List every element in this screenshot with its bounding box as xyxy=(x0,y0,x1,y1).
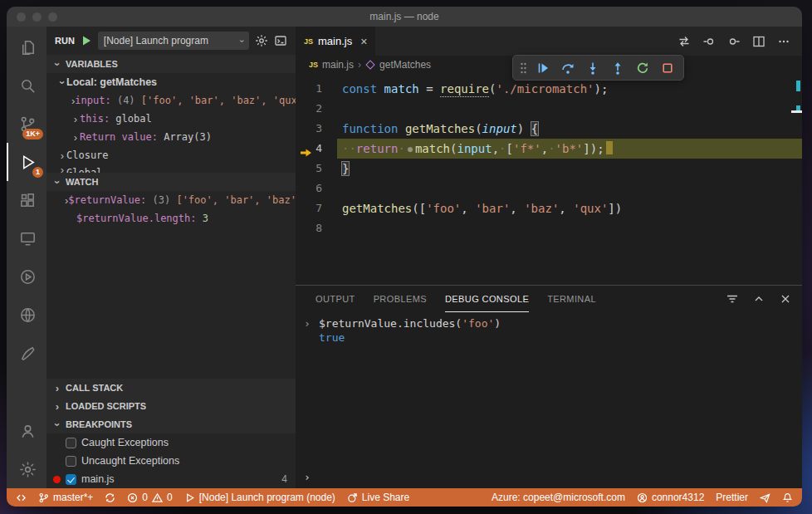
activity-item-live-share[interactable] xyxy=(7,257,46,296)
filter-icon[interactable] xyxy=(726,292,739,306)
open-debug-console-button[interactable] xyxy=(274,34,287,47)
activity-item-extensions[interactable] xyxy=(7,181,46,219)
tab-terminal[interactable]: TERMINAL xyxy=(547,286,596,312)
activity-item-source-control[interactable]: 1K+ xyxy=(7,105,46,143)
watch-section-header[interactable]: › WATCH xyxy=(46,173,296,191)
step-into-button[interactable] xyxy=(582,57,604,79)
step-out-button[interactable] xyxy=(607,57,629,79)
launch-config-dropdown[interactable]: [Node] Launch program › xyxy=(98,32,249,50)
overview-ruler-mark xyxy=(796,81,800,91)
tab-mainjs[interactable]: JS main.js × xyxy=(296,27,375,56)
breakpoints-section-header[interactable]: › BREAKPOINTS xyxy=(46,415,296,433)
debug-console-content[interactable]: › $returnValue.includes('foo') true › xyxy=(296,312,802,488)
uncaught-exceptions-checkbox[interactable] xyxy=(66,456,76,467)
breadcrumb-symbol[interactable]: getMatches xyxy=(379,59,431,71)
close-icon[interactable]: × xyxy=(360,35,367,48)
gear-icon xyxy=(255,34,268,47)
code-line[interactable]: 7 getMatches(['foo', 'bar', 'baz', 'qux'… xyxy=(296,198,802,218)
variable-row-input[interactable]: › input: (4) ['foo', 'bar', 'baz', 'qux'… xyxy=(46,91,296,110)
scope-global-row[interactable]: › Global xyxy=(46,164,296,173)
scope-local-row[interactable]: › Local: getMatches xyxy=(46,73,296,91)
code-text xyxy=(337,179,802,198)
formatter-status[interactable]: Prettier xyxy=(710,488,754,507)
call-stack-section-header[interactable]: › CALL STACK xyxy=(46,379,296,397)
breakpoint-label: Uncaught Exceptions xyxy=(81,455,179,467)
close-icon[interactable] xyxy=(779,292,792,306)
github-account-status[interactable]: connor4312 xyxy=(631,488,710,507)
code-line[interactable]: 1 const match = require('./micromatch'); xyxy=(296,79,802,99)
next-change-icon[interactable] xyxy=(727,35,741,48)
play-icon xyxy=(81,35,92,47)
previous-change-icon[interactable] xyxy=(702,35,716,48)
code-line-current[interactable]: 4 ··return·●match(input,·['f*',·'b*']); xyxy=(296,139,802,159)
scope-label: Global xyxy=(66,164,102,173)
code-line[interactable]: 2 xyxy=(296,99,802,119)
chevron-right-icon: › xyxy=(71,132,80,143)
activity-item-accounts[interactable] xyxy=(7,412,46,450)
sync-changes[interactable] xyxy=(99,488,121,507)
code-line[interactable]: 8 xyxy=(296,218,802,238)
open-changes-icon[interactable] xyxy=(677,35,691,48)
minimize-window-button[interactable] xyxy=(32,12,42,22)
continue-button[interactable] xyxy=(532,57,554,79)
loaded-scripts-section-header[interactable]: › LOADED SCRIPTS xyxy=(46,397,296,415)
caught-exceptions-checkbox[interactable] xyxy=(66,438,76,448)
notifications-status[interactable] xyxy=(776,488,799,507)
tab-debug-console[interactable]: DEBUG CONSOLE xyxy=(445,286,529,312)
activity-item-settings[interactable] xyxy=(7,450,46,488)
watch-row-returnvalue-length[interactable]: $returnValue.length: 3 xyxy=(46,209,296,228)
feedback-status[interactable] xyxy=(754,488,776,507)
scrollbar-indicator[interactable] xyxy=(791,110,802,113)
code-line[interactable]: 6 xyxy=(296,179,802,198)
tab-output[interactable]: OUTPUT xyxy=(316,286,355,312)
breakpoint-row-uncaught-exceptions[interactable]: Uncaught Exceptions xyxy=(46,452,296,470)
chevron-right-icon: › xyxy=(53,401,61,412)
activity-item-remote-repositories[interactable] xyxy=(7,296,46,334)
activity-item-github[interactable] xyxy=(7,334,46,372)
close-window-button[interactable] xyxy=(17,12,26,22)
breadcrumb-file[interactable]: main.js xyxy=(322,59,354,71)
git-branch-status[interactable]: master*+ xyxy=(32,488,99,507)
code-editor[interactable]: 1 const match = require('./micromatch');… xyxy=(296,74,802,285)
tab-problems[interactable]: PROBLEMS xyxy=(374,286,427,312)
activity-item-remote-explorer[interactable] xyxy=(7,219,46,257)
activity-item-search[interactable] xyxy=(7,66,46,105)
live-share-status[interactable]: Live Share xyxy=(341,488,415,507)
variables-section-header[interactable]: › VARIABLES xyxy=(46,55,296,73)
azure-account-label: Azure: copeet@microsoft.com xyxy=(492,492,625,503)
step-over-button[interactable] xyxy=(557,57,579,79)
configure-launch-button[interactable] xyxy=(255,34,268,47)
breakpoint-row-mainjs[interactable]: main.js 4 xyxy=(46,470,296,488)
stop-button[interactable] xyxy=(657,57,678,79)
code-line[interactable]: 5 } xyxy=(296,159,802,179)
azure-account-status[interactable]: Azure: copeet@microsoft.com xyxy=(486,488,631,507)
chevron-up-icon[interactable] xyxy=(752,292,766,306)
watch-row-returnvalue[interactable]: › $returnValue: (3) ['foo', 'bar', 'baz'… xyxy=(46,191,296,209)
chevron-down-icon: › xyxy=(57,78,68,86)
variable-row-this[interactable]: › this: global xyxy=(46,110,296,128)
debug-launch-status[interactable]: [Node] Launch program (node) xyxy=(179,488,341,507)
scope-closure-row[interactable]: › Closure xyxy=(46,146,296,164)
split-editor-icon[interactable] xyxy=(752,35,766,48)
drag-handle-icon[interactable] xyxy=(518,61,529,75)
mainjs-breakpoint-checkbox[interactable] xyxy=(66,474,76,485)
code-line[interactable]: 3 function getMatches(input) { xyxy=(296,119,802,139)
variable-text: Return value: Array(3) xyxy=(80,131,212,143)
activity-bar-spacer xyxy=(7,372,46,412)
restart-button[interactable] xyxy=(632,57,653,79)
maximize-window-button[interactable] xyxy=(48,12,57,22)
variable-row-return-value[interactable]: › Return value: Array(3) xyxy=(46,128,296,146)
activity-item-run-debug[interactable]: 1 xyxy=(7,143,46,181)
extensions-icon xyxy=(18,191,37,210)
remote-indicator[interactable] xyxy=(10,488,32,507)
breakpoint-row-caught-exceptions[interactable]: Caught Exceptions xyxy=(46,433,296,452)
console-input-prompt[interactable]: › xyxy=(304,471,311,483)
problems-status[interactable]: 0 0 xyxy=(121,488,178,507)
start-debug-button[interactable] xyxy=(81,35,92,47)
chevron-right-icon: › xyxy=(58,150,66,161)
window-title: main.js — node xyxy=(369,11,438,22)
more-actions-icon[interactable] xyxy=(777,35,790,48)
chevron-down-icon: › xyxy=(237,39,247,42)
breakpoint-dot-placeholder xyxy=(53,458,61,465)
activity-item-explorer[interactable] xyxy=(7,28,46,66)
